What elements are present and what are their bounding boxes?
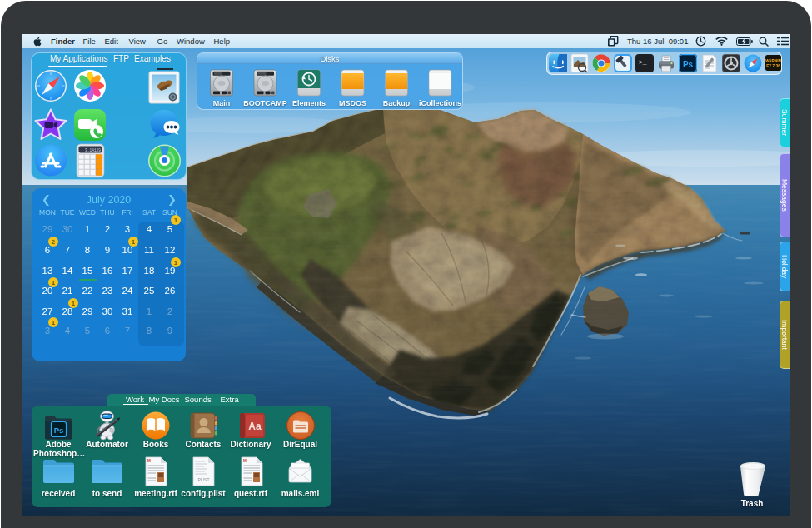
svg-text:1: 1 [52,319,56,326]
svg-text:PLIST: PLIST [198,477,210,482]
svg-text:Aa: Aa [248,421,262,432]
svg-text:1: 1 [132,238,136,246]
svg-text:>_: >_ [639,58,647,66]
svg-text:1: 1 [52,279,56,286]
svg-text:M: M [147,458,151,462]
svg-text:1: 1 [174,259,178,266]
svg-text:2: 2 [52,238,56,246]
svg-text:3.14159: 3.14159 [85,148,101,152]
svg-text:WARNIN: WARNIN [765,59,781,63]
svg-text:Ps: Ps [683,60,694,69]
svg-text:EY 7:36: EY 7:36 [766,64,780,68]
svg-text:1: 1 [174,217,178,224]
svg-text:1: 1 [72,300,76,307]
svg-text:Ps: Ps [54,425,64,434]
